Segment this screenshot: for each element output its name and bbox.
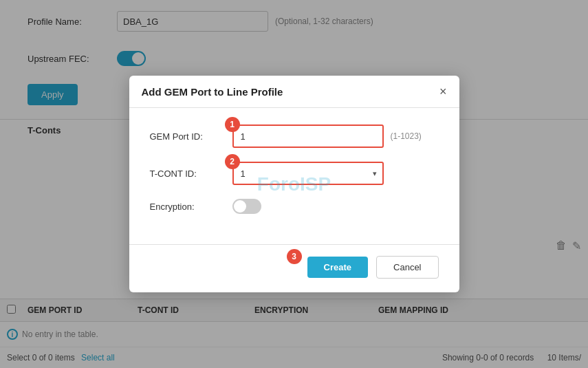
step-badge-3: 3 — [287, 249, 302, 264]
tcont-id-select-wrapper: 2 1 ▾ — [232, 162, 384, 185]
step-badge-1: 1 — [225, 117, 240, 132]
modal-body: GEM Port ID: 1 (1-1023) T-CONT ID: 2 1 — [129, 108, 459, 239]
gem-port-id-hint: (1-1023) — [391, 131, 422, 141]
step-badge-2: 2 — [225, 154, 240, 169]
gem-port-id-row: GEM Port ID: 1 (1-1023) — [150, 125, 439, 148]
modal-divider — [129, 244, 459, 245]
tcont-id-label: T-CONT ID: — [150, 169, 232, 179]
modal-title: Add GEM Port to Line Profile — [142, 86, 283, 98]
create-button-wrapper: 3 Create — [307, 257, 368, 278]
encryption-label: Encryption: — [150, 202, 232, 212]
create-button[interactable]: Create — [307, 257, 368, 278]
encryption-row: Encryption: — [150, 199, 439, 214]
modal-footer: 3 Create Cancel — [129, 256, 459, 292]
modal-header: Add GEM Port to Line Profile × — [129, 76, 459, 108]
cancel-button[interactable]: Cancel — [376, 256, 438, 279]
gem-port-id-input[interactable] — [232, 125, 384, 148]
modal-close-button[interactable]: × — [439, 85, 447, 98]
gem-port-id-wrapper: 1 — [232, 125, 384, 148]
tcont-id-row: T-CONT ID: 2 1 ▾ — [150, 162, 439, 185]
encryption-toggle[interactable] — [232, 199, 261, 214]
tcont-id-select[interactable]: 1 — [232, 162, 384, 185]
modal-overlay: Add GEM Port to Line Profile × GEM Port … — [0, 0, 588, 368]
gem-port-id-label: GEM Port ID: — [150, 131, 232, 142]
add-gem-port-modal: Add GEM Port to Line Profile × GEM Port … — [129, 76, 459, 292]
